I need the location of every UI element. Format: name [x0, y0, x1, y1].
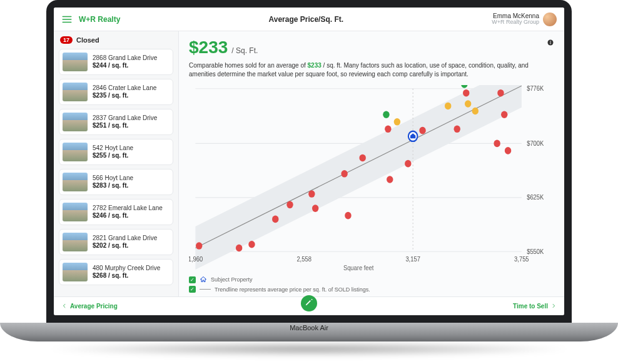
svg-point-31	[405, 160, 411, 168]
svg-point-27	[345, 212, 351, 220]
nav-prev-label: Average Pricing	[70, 303, 118, 310]
legend: ✓ Subject Property ✓ Trendline represent…	[189, 273, 554, 296]
svg-point-44	[461, 85, 467, 88]
svg-point-37	[501, 111, 507, 118]
device-label: MacBook Air	[290, 324, 328, 331]
property-thumbnail	[63, 263, 88, 281]
svg-point-26	[341, 170, 347, 178]
list-item[interactable]: 2782 Emerald Lake Lane $246 / sq. ft.	[59, 199, 173, 225]
list-item[interactable]: 2821 Grand Lake Drive $202 / sq. ft.	[59, 229, 173, 255]
app-header: W+R Realty Average Price/Sq. Ft. Emma Mc…	[54, 8, 564, 31]
property-address: 2837 Grand Lake Drive	[93, 114, 157, 122]
main-panel: $233 / Sq. Ft. Comparable homes sold for…	[179, 31, 564, 296]
user-block[interactable]: Emma McKenna W+R Realty Group	[492, 13, 557, 26]
property-price-per-sqft: $235 / sq. ft.	[93, 92, 156, 99]
footer-nav: Average Pricing Time to Sell	[54, 296, 564, 315]
svg-text:$700K: $700K	[527, 139, 544, 147]
svg-text:3,157: 3,157	[405, 256, 420, 263]
menu-icon[interactable]	[61, 14, 73, 25]
status-badge: 17	[60, 36, 73, 44]
svg-text:1,960: 1,960	[189, 256, 203, 263]
chart: $550K$625K$700K$776K1,9602,5583,1573,755…	[189, 85, 554, 273]
user-group: W+R Realty Group	[492, 19, 539, 26]
svg-point-23	[286, 201, 293, 209]
page-title: Average Price/Sq. Ft.	[120, 15, 492, 24]
svg-point-30	[387, 176, 393, 183]
edit-button[interactable]	[301, 295, 317, 311]
property-address: 2821 Grand Lake Drive	[93, 235, 157, 242]
property-address: 480 Murphy Creek Drive	[93, 265, 160, 272]
svg-point-29	[385, 126, 391, 133]
svg-point-25	[312, 205, 318, 212]
nav-prev[interactable]: Average Pricing	[61, 303, 118, 310]
desc-prefix: Comparable homes sold for an average of	[189, 62, 308, 69]
svg-point-39	[394, 118, 400, 126]
chevron-left-icon	[61, 303, 68, 310]
brand-label: W+R Realty	[79, 15, 120, 24]
svg-point-38	[505, 147, 511, 154]
property-price-per-sqft: $283 / sq. ft.	[93, 182, 133, 190]
property-address: 2846 Crater Lake Lane	[93, 84, 156, 92]
sidebar: 17 Closed 2868 Grand Lake Drive $244 / s…	[54, 31, 179, 296]
svg-point-33	[454, 126, 460, 133]
svg-point-20	[236, 245, 242, 252]
home-icon	[200, 276, 207, 283]
svg-point-1	[550, 41, 551, 42]
property-thumbnail	[63, 143, 88, 161]
list-item[interactable]: 542 Hoyt Lane $255 / sq. ft.	[59, 139, 173, 165]
svg-text:$776K: $776K	[527, 85, 544, 92]
trendline-icon	[200, 289, 211, 290]
list-item[interactable]: 566 Hoyt Lane $283 / sq. ft.	[59, 169, 173, 195]
property-thumbnail	[63, 113, 88, 131]
svg-text:$625K: $625K	[527, 194, 544, 201]
list-item[interactable]: 2868 Grand Lake Drive $244 / sq. ft.	[59, 49, 173, 75]
property-price-per-sqft: $244 / sq. ft.	[93, 62, 157, 69]
checkbox-icon[interactable]: ✓	[189, 276, 196, 283]
laptop-base: MacBook Air	[0, 323, 618, 341]
nav-next[interactable]: Time to Sell	[513, 303, 557, 310]
property-thumbnail	[63, 173, 88, 191]
legend-trendline-label: Trendline represents average price per s…	[215, 286, 370, 293]
nav-next-label: Time to Sell	[513, 303, 548, 310]
property-thumbnail	[63, 203, 88, 221]
svg-text:Square feet: Square feet	[343, 265, 374, 272]
property-price-per-sqft: $255 / sq. ft.	[93, 152, 133, 159]
svg-point-42	[472, 108, 479, 115]
kpi-row: $233 / Sq. Ft.	[189, 38, 554, 58]
pencil-icon	[305, 298, 313, 309]
info-icon[interactable]	[547, 38, 554, 45]
property-thumbnail	[63, 83, 88, 101]
svg-point-43	[383, 111, 389, 118]
avatar	[543, 13, 557, 26]
svg-point-28	[359, 154, 365, 162]
svg-point-32	[419, 127, 425, 134]
laptop-shadow	[44, 341, 574, 356]
svg-point-35	[494, 140, 500, 148]
svg-point-36	[497, 89, 504, 97]
property-address: 566 Hoyt Lane	[93, 174, 133, 182]
list-item[interactable]: 2846 Crater Lake Lane $235 / sq. ft.	[59, 79, 173, 105]
svg-point-22	[272, 216, 278, 223]
svg-text:2,558: 2,558	[296, 256, 312, 263]
svg-point-19	[196, 242, 202, 250]
app-screen: W+R Realty Average Price/Sq. Ft. Emma Mc…	[54, 8, 564, 315]
desc-accent: $233	[308, 62, 322, 69]
status-label: Closed	[76, 36, 99, 44]
svg-text:$550K: $550K	[527, 248, 544, 255]
kpi-value: $233	[189, 38, 228, 58]
checkbox-icon[interactable]: ✓	[189, 286, 196, 293]
legend-subject-label: Subject Property	[211, 276, 253, 283]
svg-text:3,755: 3,755	[514, 256, 529, 263]
legend-trendline-row[interactable]: ✓ Trendline represents average price per…	[189, 286, 554, 293]
kpi-unit: / Sq. Ft.	[231, 46, 258, 55]
svg-point-40	[445, 103, 451, 110]
property-price-per-sqft: $268 / sq. ft.	[93, 272, 160, 280]
sidebar-status: 17 Closed	[59, 36, 173, 44]
legend-subject-row[interactable]: ✓ Subject Property	[189, 276, 554, 283]
svg-point-24	[308, 190, 315, 198]
list-item[interactable]: 480 Murphy Creek Drive $268 / sq. ft.	[59, 259, 173, 285]
property-address: 542 Hoyt Lane	[93, 144, 133, 152]
property-address: 2868 Grand Lake Drive	[93, 54, 157, 62]
chevron-right-icon	[550, 303, 557, 310]
list-item[interactable]: 2837 Grand Lake Drive $251 / sq. ft.	[59, 109, 173, 135]
